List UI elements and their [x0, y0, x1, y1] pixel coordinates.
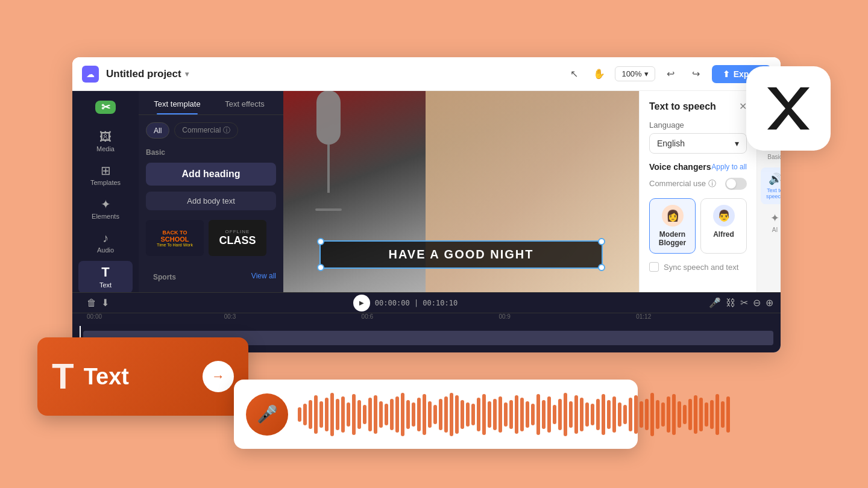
microphone-visual: [301, 91, 356, 211]
add-heading-button[interactable]: Add heading: [146, 163, 276, 186]
chain-icon[interactable]: ⛓: [726, 298, 735, 308]
voice-card-alfred[interactable]: 👨 Alfred: [700, 198, 747, 254]
zoom-minus-icon[interactable]: ⊖: [753, 297, 761, 308]
waveform-bar-11: [357, 400, 361, 429]
right-icon-tts[interactable]: 🔊 Text to speech: [761, 167, 781, 204]
split-icon[interactable]: ✂: [740, 297, 748, 308]
timeline-controls: 🗑 ⬇ ▶ 00:00:00 | 00:10:10 🎤 ⛓ ✂ ⊖ ⊕: [72, 293, 781, 313]
voice-avatar-blogger: 👩: [662, 205, 684, 227]
add-body-button[interactable]: Add body text: [146, 192, 276, 210]
right-icon-ai[interactable]: ✦ AI: [761, 207, 781, 238]
sync-checkbox[interactable]: [649, 262, 659, 272]
cloud-icon[interactable]: ☁: [82, 66, 99, 83]
waveform-mic-icon: 🎤: [257, 404, 278, 424]
waveform-bar-67: [661, 402, 665, 427]
panel-tabs: Text template Text effects: [139, 91, 283, 115]
app-logo: ✂: [95, 101, 116, 114]
waveform-bar-44: [536, 394, 540, 435]
capcut-logo-card: [746, 66, 831, 151]
selection-handle-tl: [317, 238, 324, 245]
caption-text: HAVE A GOOD NIGHT: [333, 248, 590, 261]
ai-label: AI: [772, 227, 778, 233]
waveform-bar-47: [553, 405, 556, 424]
caption-selection-box[interactable]: HAVE A GOOD NIGHT: [319, 240, 603, 269]
time-total: 00:10:10: [423, 299, 458, 307]
waveform-bar-6: [330, 393, 334, 436]
timeline-left-tools: 🗑 ⬇: [80, 297, 109, 308]
waveform-bar-76: [710, 400, 714, 429]
waveform-mic-circle: 🎤: [246, 393, 288, 436]
voice-card-modern-blogger[interactable]: 👩 Modern Blogger: [649, 198, 696, 254]
view-all-button[interactable]: View all: [251, 272, 276, 280]
mic-timeline-icon[interactable]: 🎤: [709, 297, 721, 308]
waveform-bar-15: [379, 401, 383, 428]
text-float-arrow[interactable]: →: [203, 361, 234, 392]
apply-all-button[interactable]: Apply to all: [711, 163, 747, 171]
ruler-03: 00:3: [224, 313, 362, 324]
top-bar-tools: ↖ ✋ 100% ▾ ↩ ↪ ⬆ Export: [564, 64, 771, 84]
play-button[interactable]: ▶: [353, 295, 370, 311]
waveform-bar-35: [488, 401, 491, 428]
waveform-bar-28: [450, 393, 453, 436]
ruler-06: 00:6: [362, 313, 499, 324]
tab-text-template[interactable]: Text template: [143, 91, 211, 114]
waveform-bar-60: [623, 405, 627, 424]
waveform-bar-30: [461, 400, 464, 429]
voice-changers-row: Voice changers Apply to all: [649, 162, 747, 172]
waveform-bar-64: [645, 399, 649, 430]
arrow-icon: →: [212, 369, 225, 384]
sidebar-label-text: Text: [99, 281, 112, 289]
waveform-bar-43: [531, 404, 535, 425]
sidebar-item-media[interactable]: 🖼 Media: [78, 126, 133, 157]
templates-icon: ⊞: [101, 164, 111, 177]
zoom-plus-icon[interactable]: ⊕: [766, 297, 773, 308]
tab-text-effects[interactable]: Text effects: [211, 91, 278, 114]
section-sports: Sports: [146, 268, 183, 284]
sidebar-item-elements[interactable]: ✦ Elements: [78, 193, 133, 225]
filter-commercial-button[interactable]: Commercial ⓘ: [174, 122, 237, 139]
redo-icon[interactable]: ↪: [687, 64, 706, 84]
waveform-bar-74: [699, 398, 703, 431]
elements-icon: ✦: [101, 198, 111, 210]
voice-cards: 👩 Modern Blogger 👨 Alfred: [649, 198, 747, 254]
template-card-class[interactable]: OFFLINE CLASS: [209, 220, 266, 256]
download-icon[interactable]: ⬇: [101, 297, 109, 308]
cursor-tool-icon[interactable]: ↖: [564, 64, 583, 84]
project-title-group[interactable]: Untitled project ▾: [106, 68, 189, 80]
waveform-bar-8: [341, 396, 345, 433]
zoom-control[interactable]: 100% ▾: [615, 66, 655, 81]
waveform-bar-22: [417, 398, 421, 431]
waveform-bar-21: [412, 402, 415, 427]
language-select[interactable]: English ▾: [649, 133, 747, 154]
sidebar-item-templates[interactable]: ⊞ Templates: [78, 160, 133, 191]
sidebar-item-audio[interactable]: ♪ Audio: [78, 227, 133, 258]
waveform-bar-27: [444, 396, 448, 433]
voice-changers-label: Voice changers: [649, 162, 711, 172]
sidebar-label-media: Media: [96, 145, 115, 152]
selection-handle-br: [598, 264, 605, 271]
filter-all-button[interactable]: All: [146, 122, 169, 139]
audio-icon: ♪: [102, 232, 108, 244]
waveform-bar-37: [498, 396, 502, 433]
waveform-bar-66: [656, 400, 659, 429]
waveform-bar-13: [368, 398, 372, 431]
undo-icon[interactable]: ↩: [661, 64, 681, 84]
template-card-back-to-school[interactable]: BACK TO SCHOOL Time To Hard Work: [146, 220, 204, 256]
waveform-bar-71: [683, 405, 687, 424]
delete-icon[interactable]: 🗑: [87, 298, 96, 308]
hand-tool-icon[interactable]: ✋: [590, 64, 609, 84]
tbs-sub: Time To Hard Work: [157, 243, 193, 247]
sidebar-item-text[interactable]: T Text: [78, 261, 133, 292]
waveform-bar-5: [325, 398, 329, 431]
waveform-bar-20: [406, 400, 410, 429]
text-sidebar-icon: T: [101, 266, 109, 279]
text-panel: Text template Text effects All Commercia…: [139, 91, 283, 292]
waveform-bar-53: [585, 402, 589, 427]
commercial-toggle[interactable]: [725, 178, 747, 190]
top-bar: ☁ Untitled project ▾ ↖ ✋ 100% ▾ ↩ ↪ ⬆ Ex…: [72, 57, 781, 91]
canvas-area[interactable]: HAVE A GOOD NIGHT: [283, 91, 639, 292]
sync-label: Sync speech and text: [664, 263, 738, 272]
text-float-label: Text: [84, 364, 129, 390]
waveform-bar-77: [715, 394, 719, 435]
project-title-text: Untitled project: [106, 68, 181, 80]
